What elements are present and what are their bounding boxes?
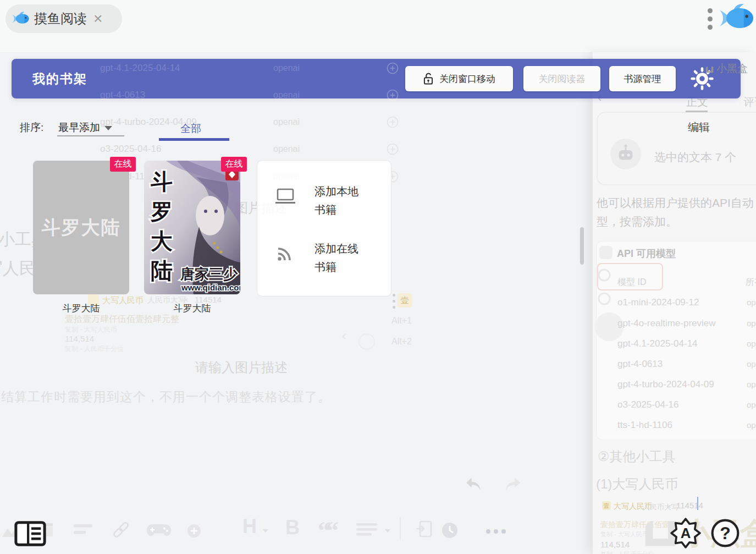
filter-tab-all[interactable]: 全部 — [180, 122, 201, 136]
panel-model: gpt-4o-realtime-preview — [617, 318, 716, 329]
more-dot — [501, 529, 506, 534]
quote-icon: ““ — [318, 516, 334, 545]
rmb-widget-icon: 壹 — [602, 501, 611, 510]
book-cover-text: 斗罗大陆 — [42, 215, 121, 240]
tab-comment: 评论 — [743, 95, 756, 109]
app-tab-title: 摸鱼阅读 — [34, 10, 87, 28]
book-title[interactable]: 斗罗大陆 — [33, 302, 129, 315]
section-other-tools: ②其他小工具 — [598, 448, 676, 465]
panel-owner: openai — [747, 319, 756, 328]
panel-model: gpt-4-turbo-2024-04-09 — [617, 379, 714, 390]
add-circle-icon — [387, 116, 399, 128]
panel-model: tts-1-hd-1106 — [617, 420, 672, 431]
add-book-panel: 添加本地书籍 添加在线书籍 — [257, 160, 391, 297]
ghost-model-owner: openai — [273, 90, 300, 100]
bg-model-owner: openai — [273, 144, 300, 154]
rmb-copy-caps: 复制 - 大写人民币 — [65, 325, 117, 334]
close-reader-label: 关闭阅读器 — [539, 73, 586, 85]
cover-char: 大 — [151, 229, 173, 254]
lock-window-move-button[interactable]: 关闭窗口移动 — [405, 66, 513, 91]
add-local-book-item[interactable]: 添加本地书籍 — [257, 177, 391, 229]
rmb-num-text: 114,514 — [65, 334, 94, 343]
panel-owner: openai — [747, 359, 756, 369]
file-import-icon — [416, 520, 433, 538]
rmb-copy-num: 复制 - 人民币千分位 — [65, 344, 124, 354]
kebab-menu[interactable] — [707, 7, 714, 31]
font-settings-label: A — [681, 525, 691, 541]
book-sources-label: 书源管理 — [624, 73, 661, 85]
kebab-dot — [708, 8, 713, 13]
sort-dropdown[interactable]: 最早添加 — [58, 120, 100, 135]
add-local-book-label: 添加本地书籍 — [314, 183, 365, 219]
undo-icon — [465, 476, 482, 491]
heybox-watermark-top: 小黑盒 — [704, 62, 748, 76]
laptop-icon — [274, 188, 296, 206]
bg-chevron-left-icon: ‹ — [342, 329, 346, 343]
shortcut-alt2: Alt+2 — [391, 337, 412, 347]
app-fish-logo[interactable] — [716, 2, 755, 35]
kebab-dot — [708, 17, 713, 21]
book-cover-art[interactable]: 斗 罗 大 陆 唐家三少 www.qidian.com — [144, 161, 240, 294]
online-badge: 在线 — [221, 157, 247, 172]
sort-underline — [57, 135, 124, 136]
kebab-dot — [393, 294, 395, 297]
bookshelf-title: 我的书架 — [32, 70, 87, 87]
cover-site: www.qidian.com — [181, 283, 240, 292]
heading-icon: H — [242, 515, 257, 538]
bg-model-owner: openai — [273, 117, 300, 127]
column-model-id: 模型 ID — [617, 277, 646, 288]
close-reader-button[interactable]: 关闭阅读器 — [523, 66, 600, 91]
api-card-icon — [599, 246, 612, 259]
shortcut-alt1: Alt+1 — [391, 316, 412, 326]
ghost-model-name: gpt-4-0613 — [100, 90, 145, 101]
scrollbar-thumb[interactable] — [580, 227, 584, 265]
app-tab[interactable]: 摸鱼阅读 × — [5, 4, 122, 33]
reader-mode-button[interactable] — [14, 520, 46, 547]
panel-owner: openai — [747, 400, 756, 409]
screen: gpt-4-turbo-2024-04-09 o3-2025-04-16 tts… — [0, 0, 756, 554]
bg-paragraph: 结算工作时需要用到这个，不用一个个调整表格设置了。 — [1, 388, 331, 405]
panel-model: gpt-4.1-2025-04-14 — [617, 338, 698, 349]
more-dot — [486, 529, 490, 534]
openai-logo-icon — [597, 292, 611, 306]
bg-image-placeholder: 请输入图片描述 — [195, 359, 288, 376]
section-rmb: (1)大写人民币 — [596, 475, 678, 493]
panel-model: o1-mini-2024-09-12 — [617, 297, 699, 308]
cover-char: 罗 — [150, 199, 173, 224]
fish-icon — [11, 9, 30, 28]
help-button[interactable]: ? — [710, 518, 741, 548]
panel-model: o3-2025-04-16 — [617, 399, 679, 410]
list-icon — [356, 523, 379, 536]
sort-label: 排序: — [20, 120, 43, 135]
redo-icon — [505, 476, 521, 491]
book-title[interactable]: 斗罗大陆 — [144, 302, 240, 315]
bookshelf-header-bar: gpt-4.1-2025-04-14 gpt-4-0613 openai ope… — [12, 59, 741, 98]
font-settings-button[interactable]: A — [670, 518, 701, 548]
history-clock-icon — [441, 522, 459, 539]
cover-char: 斗 — [150, 169, 173, 194]
heybox-watermark-label: 小黑盒 — [716, 62, 748, 76]
panel-owner: openai — [747, 339, 756, 348]
plus-circle-icon — [187, 524, 201, 538]
book-sources-button[interactable]: 书源管理 — [609, 66, 676, 91]
add-online-book-item[interactable]: 添加在线书籍 — [257, 234, 391, 287]
add-online-book-label: 添加在线书籍 — [314, 240, 365, 276]
bg-model-name: o3-2025-04-16 — [100, 144, 162, 155]
more-dot — [494, 529, 498, 534]
edit-button: 编辑 — [688, 120, 710, 135]
align-lines-icon — [74, 524, 93, 536]
kebab-dot — [393, 300, 395, 303]
panel-owner: openai — [747, 298, 756, 307]
close-icon[interactable]: × — [93, 11, 102, 26]
bg-robot-bubble-icon — [358, 333, 375, 350]
link-icon — [110, 520, 132, 539]
tab-underline — [686, 111, 708, 112]
rss-icon — [277, 246, 292, 262]
kebab-dot — [393, 306, 395, 309]
panel-desc-line1: 他可以根据用户提供的API自动 — [597, 195, 754, 211]
unlock-icon — [423, 72, 434, 86]
column-owner: 所有者 — [746, 277, 756, 288]
dropdown-caret-icon — [104, 126, 112, 130]
gamepad-icon — [146, 523, 172, 538]
book-cover-placeholder[interactable]: 斗罗大陆 — [33, 161, 129, 294]
